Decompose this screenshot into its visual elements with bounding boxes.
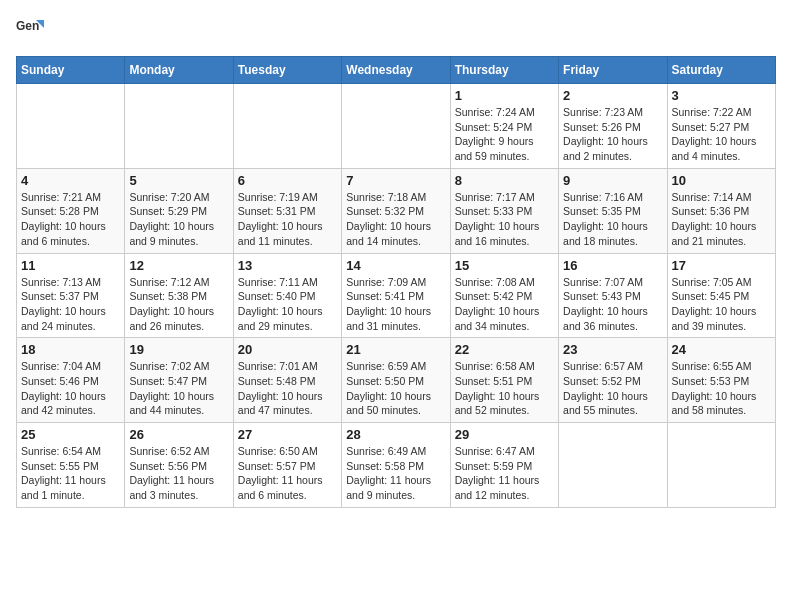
calendar-day-cell: 22Sunrise: 6:58 AM Sunset: 5:51 PM Dayli… [450, 338, 558, 423]
calendar-day-cell: 1Sunrise: 7:24 AM Sunset: 5:24 PM Daylig… [450, 84, 558, 169]
calendar-day-cell: 16Sunrise: 7:07 AM Sunset: 5:43 PM Dayli… [559, 253, 667, 338]
calendar-week-row: 25Sunrise: 6:54 AM Sunset: 5:55 PM Dayli… [17, 423, 776, 508]
calendar-day-cell: 21Sunrise: 6:59 AM Sunset: 5:50 PM Dayli… [342, 338, 450, 423]
calendar-week-row: 18Sunrise: 7:04 AM Sunset: 5:46 PM Dayli… [17, 338, 776, 423]
day-number: 22 [455, 342, 554, 357]
day-info: Sunrise: 6:50 AM Sunset: 5:57 PM Dayligh… [238, 444, 337, 503]
day-info: Sunrise: 7:23 AM Sunset: 5:26 PM Dayligh… [563, 105, 662, 164]
calendar-day-cell: 4Sunrise: 7:21 AM Sunset: 5:28 PM Daylig… [17, 168, 125, 253]
calendar-body: 1Sunrise: 7:24 AM Sunset: 5:24 PM Daylig… [17, 84, 776, 508]
day-info: Sunrise: 6:52 AM Sunset: 5:56 PM Dayligh… [129, 444, 228, 503]
day-number: 5 [129, 173, 228, 188]
calendar-day-cell: 28Sunrise: 6:49 AM Sunset: 5:58 PM Dayli… [342, 423, 450, 508]
day-info: Sunrise: 7:12 AM Sunset: 5:38 PM Dayligh… [129, 275, 228, 334]
calendar-day-cell: 6Sunrise: 7:19 AM Sunset: 5:31 PM Daylig… [233, 168, 341, 253]
calendar-table: SundayMondayTuesdayWednesdayThursdayFrid… [16, 56, 776, 508]
day-info: Sunrise: 7:17 AM Sunset: 5:33 PM Dayligh… [455, 190, 554, 249]
logo-icon: Gen [16, 16, 44, 44]
calendar-day-cell: 9Sunrise: 7:16 AM Sunset: 5:35 PM Daylig… [559, 168, 667, 253]
day-info: Sunrise: 7:08 AM Sunset: 5:42 PM Dayligh… [455, 275, 554, 334]
day-info: Sunrise: 7:24 AM Sunset: 5:24 PM Dayligh… [455, 105, 554, 164]
calendar-day-cell: 8Sunrise: 7:17 AM Sunset: 5:33 PM Daylig… [450, 168, 558, 253]
calendar-week-row: 11Sunrise: 7:13 AM Sunset: 5:37 PM Dayli… [17, 253, 776, 338]
day-info: Sunrise: 7:11 AM Sunset: 5:40 PM Dayligh… [238, 275, 337, 334]
day-info: Sunrise: 7:18 AM Sunset: 5:32 PM Dayligh… [346, 190, 445, 249]
day-number: 13 [238, 258, 337, 273]
calendar-day-cell: 11Sunrise: 7:13 AM Sunset: 5:37 PM Dayli… [17, 253, 125, 338]
weekday-row: SundayMondayTuesdayWednesdayThursdayFrid… [17, 57, 776, 84]
weekday-header: Friday [559, 57, 667, 84]
day-number: 17 [672, 258, 771, 273]
calendar-day-cell: 20Sunrise: 7:01 AM Sunset: 5:48 PM Dayli… [233, 338, 341, 423]
weekday-header: Monday [125, 57, 233, 84]
day-info: Sunrise: 6:55 AM Sunset: 5:53 PM Dayligh… [672, 359, 771, 418]
day-info: Sunrise: 7:04 AM Sunset: 5:46 PM Dayligh… [21, 359, 120, 418]
day-info: Sunrise: 7:16 AM Sunset: 5:35 PM Dayligh… [563, 190, 662, 249]
calendar-header: SundayMondayTuesdayWednesdayThursdayFrid… [17, 57, 776, 84]
svg-text:Gen: Gen [16, 19, 39, 33]
day-number: 27 [238, 427, 337, 442]
calendar-day-cell: 14Sunrise: 7:09 AM Sunset: 5:41 PM Dayli… [342, 253, 450, 338]
day-info: Sunrise: 7:01 AM Sunset: 5:48 PM Dayligh… [238, 359, 337, 418]
calendar-day-cell: 27Sunrise: 6:50 AM Sunset: 5:57 PM Dayli… [233, 423, 341, 508]
calendar-day-cell [559, 423, 667, 508]
day-number: 19 [129, 342, 228, 357]
day-number: 15 [455, 258, 554, 273]
weekday-header: Wednesday [342, 57, 450, 84]
calendar-day-cell [125, 84, 233, 169]
calendar-day-cell: 23Sunrise: 6:57 AM Sunset: 5:52 PM Dayli… [559, 338, 667, 423]
calendar-day-cell: 10Sunrise: 7:14 AM Sunset: 5:36 PM Dayli… [667, 168, 775, 253]
weekday-header: Saturday [667, 57, 775, 84]
day-number: 7 [346, 173, 445, 188]
day-info: Sunrise: 7:02 AM Sunset: 5:47 PM Dayligh… [129, 359, 228, 418]
day-number: 16 [563, 258, 662, 273]
day-info: Sunrise: 7:09 AM Sunset: 5:41 PM Dayligh… [346, 275, 445, 334]
day-number: 6 [238, 173, 337, 188]
calendar-day-cell: 29Sunrise: 6:47 AM Sunset: 5:59 PM Dayli… [450, 423, 558, 508]
day-number: 8 [455, 173, 554, 188]
day-info: Sunrise: 6:54 AM Sunset: 5:55 PM Dayligh… [21, 444, 120, 503]
calendar-day-cell: 13Sunrise: 7:11 AM Sunset: 5:40 PM Dayli… [233, 253, 341, 338]
day-number: 20 [238, 342, 337, 357]
day-number: 4 [21, 173, 120, 188]
day-number: 9 [563, 173, 662, 188]
day-number: 14 [346, 258, 445, 273]
day-number: 11 [21, 258, 120, 273]
day-number: 23 [563, 342, 662, 357]
day-number: 21 [346, 342, 445, 357]
calendar-day-cell: 15Sunrise: 7:08 AM Sunset: 5:42 PM Dayli… [450, 253, 558, 338]
day-info: Sunrise: 7:07 AM Sunset: 5:43 PM Dayligh… [563, 275, 662, 334]
day-number: 29 [455, 427, 554, 442]
day-number: 12 [129, 258, 228, 273]
calendar-day-cell: 26Sunrise: 6:52 AM Sunset: 5:56 PM Dayli… [125, 423, 233, 508]
day-number: 2 [563, 88, 662, 103]
calendar-day-cell [667, 423, 775, 508]
day-number: 1 [455, 88, 554, 103]
day-info: Sunrise: 7:19 AM Sunset: 5:31 PM Dayligh… [238, 190, 337, 249]
day-info: Sunrise: 6:49 AM Sunset: 5:58 PM Dayligh… [346, 444, 445, 503]
day-info: Sunrise: 6:47 AM Sunset: 5:59 PM Dayligh… [455, 444, 554, 503]
day-number: 26 [129, 427, 228, 442]
calendar-week-row: 1Sunrise: 7:24 AM Sunset: 5:24 PM Daylig… [17, 84, 776, 169]
day-info: Sunrise: 7:13 AM Sunset: 5:37 PM Dayligh… [21, 275, 120, 334]
day-info: Sunrise: 7:20 AM Sunset: 5:29 PM Dayligh… [129, 190, 228, 249]
day-number: 10 [672, 173, 771, 188]
calendar-day-cell: 2Sunrise: 7:23 AM Sunset: 5:26 PM Daylig… [559, 84, 667, 169]
calendar-week-row: 4Sunrise: 7:21 AM Sunset: 5:28 PM Daylig… [17, 168, 776, 253]
calendar-day-cell [17, 84, 125, 169]
calendar-day-cell: 24Sunrise: 6:55 AM Sunset: 5:53 PM Dayli… [667, 338, 775, 423]
calendar-day-cell: 5Sunrise: 7:20 AM Sunset: 5:29 PM Daylig… [125, 168, 233, 253]
weekday-header: Thursday [450, 57, 558, 84]
calendar-day-cell: 19Sunrise: 7:02 AM Sunset: 5:47 PM Dayli… [125, 338, 233, 423]
calendar-day-cell: 18Sunrise: 7:04 AM Sunset: 5:46 PM Dayli… [17, 338, 125, 423]
day-number: 25 [21, 427, 120, 442]
day-info: Sunrise: 6:57 AM Sunset: 5:52 PM Dayligh… [563, 359, 662, 418]
day-number: 28 [346, 427, 445, 442]
calendar-day-cell: 12Sunrise: 7:12 AM Sunset: 5:38 PM Dayli… [125, 253, 233, 338]
day-info: Sunrise: 6:59 AM Sunset: 5:50 PM Dayligh… [346, 359, 445, 418]
weekday-header: Tuesday [233, 57, 341, 84]
day-number: 18 [21, 342, 120, 357]
day-info: Sunrise: 7:22 AM Sunset: 5:27 PM Dayligh… [672, 105, 771, 164]
calendar-day-cell [233, 84, 341, 169]
calendar-day-cell: 7Sunrise: 7:18 AM Sunset: 5:32 PM Daylig… [342, 168, 450, 253]
